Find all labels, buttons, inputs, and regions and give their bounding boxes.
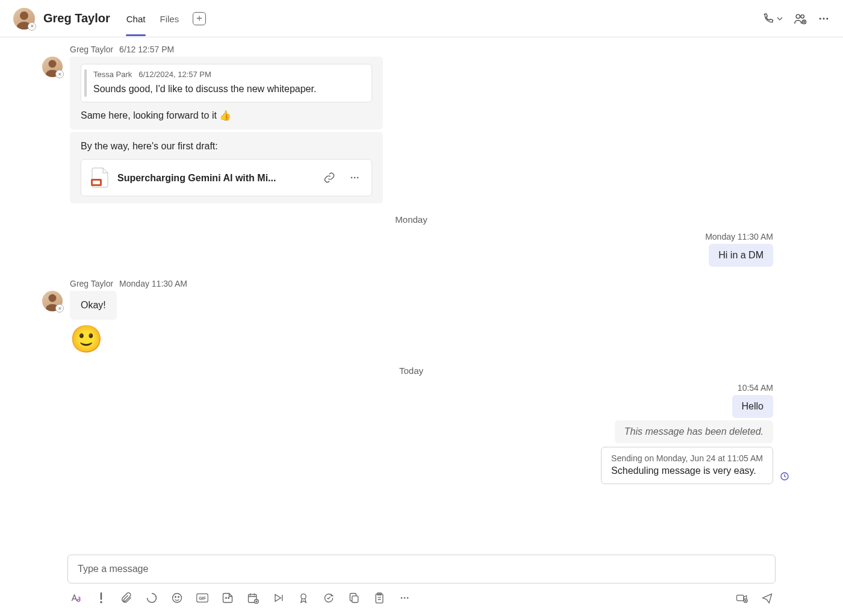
svg-point-19 xyxy=(173,594,182,603)
message-text: By the way, here's our first draft: xyxy=(81,139,372,153)
chat-title: Greg Taylor xyxy=(43,11,110,25)
message-text: Scheduling message is very easy. xyxy=(611,465,763,476)
paperclip-icon xyxy=(120,592,132,604)
message-composer: Type a message GIF xyxy=(67,555,776,604)
presence-offline-icon xyxy=(55,70,64,78)
message-timestamp: 6/12 12:57 PM xyxy=(119,45,174,54)
gif-icon: GIF xyxy=(196,593,208,603)
format-button[interactable] xyxy=(70,592,82,604)
svg-point-2 xyxy=(796,14,800,18)
message-group-outgoing: Monday 11:30 AM Hi in a DM xyxy=(42,232,773,269)
deleted-message[interactable]: This message has been deleted. xyxy=(615,420,773,443)
presence-offline-icon xyxy=(28,22,36,31)
chat-scroll-area[interactable]: Greg Taylor 6/12 12:57 PM Tessa Park 6/1… xyxy=(0,37,843,551)
svg-point-15 xyxy=(49,294,57,302)
message-text: Okay! xyxy=(81,300,106,310)
svg-text:GIF: GIF xyxy=(199,596,206,600)
stream-icon xyxy=(272,592,284,604)
svg-point-21 xyxy=(178,597,179,598)
tab-chat[interactable]: Chat xyxy=(126,2,146,35)
more-apps-button[interactable] xyxy=(399,592,411,604)
video-clip-button[interactable] xyxy=(736,592,748,604)
contact-avatar[interactable] xyxy=(13,8,35,30)
message-group: Greg Taylor Monday 11:30 AM Okay! 🙂 xyxy=(42,278,780,354)
clipboard-icon xyxy=(374,592,385,604)
svg-rect-11 xyxy=(93,181,100,184)
deleted-text: This message has been deleted. xyxy=(624,426,764,437)
stream-button[interactable] xyxy=(272,592,284,604)
message-avatar[interactable] xyxy=(42,57,63,77)
ribbon-icon xyxy=(297,592,310,604)
message-bubble-outgoing[interactable]: Hello xyxy=(732,395,773,418)
message-text: Hello xyxy=(742,401,764,411)
copy-link-button[interactable] xyxy=(321,169,338,186)
sticker-icon xyxy=(222,592,234,604)
send-button[interactable] xyxy=(761,592,773,604)
sticker-button[interactable] xyxy=(222,592,234,604)
more-horizontal-icon xyxy=(349,172,361,184)
svg-point-14 xyxy=(357,177,359,179)
schedule-meeting-button[interactable] xyxy=(247,592,259,604)
presence-offline-icon xyxy=(55,304,64,313)
svg-rect-29 xyxy=(352,596,358,603)
tab-list: Chat Files ＋ xyxy=(126,2,206,35)
message-avatar[interactable] xyxy=(42,291,63,311)
call-button[interactable] xyxy=(762,13,783,25)
sender-name: Greg Taylor xyxy=(70,279,113,288)
emoji-button[interactable] xyxy=(171,592,183,604)
message-bubble[interactable]: By the way, here's our first draft: Supe… xyxy=(70,132,383,204)
svg-point-0 xyxy=(20,11,28,20)
chevron-down-icon xyxy=(777,16,783,22)
svg-point-6 xyxy=(823,17,825,19)
message-timestamp: Monday 11:30 AM xyxy=(119,279,187,288)
calendar-add-icon xyxy=(247,592,259,604)
emoji-message[interactable]: 🙂 xyxy=(70,323,780,355)
video-icon xyxy=(736,593,748,603)
svg-point-32 xyxy=(401,597,403,599)
important-icon xyxy=(96,592,107,604)
add-tab-button[interactable]: ＋ xyxy=(193,12,206,25)
viva-button[interactable] xyxy=(323,592,335,604)
quoted-reply[interactable]: Tessa Park 6/12/2024, 12:57 PM Sounds go… xyxy=(81,64,372,102)
quote-timestamp: 6/12/2024, 12:57 PM xyxy=(138,70,211,79)
add-people-button[interactable] xyxy=(794,13,807,25)
quote-sender: Tessa Park xyxy=(93,70,132,79)
send-icon xyxy=(761,592,773,604)
sender-name: Greg Taylor xyxy=(70,45,113,54)
clock-icon xyxy=(780,471,789,481)
date-divider: Today xyxy=(42,366,780,376)
attach-button[interactable] xyxy=(120,592,132,604)
scheduled-message[interactable]: Sending on Monday, Jun 24 at 11:05 AM Sc… xyxy=(601,447,773,484)
message-bubble[interactable]: Tessa Park 6/12/2024, 12:57 PM Sounds go… xyxy=(70,57,383,129)
notes-button[interactable] xyxy=(373,592,385,604)
message-timestamp: Monday 11:30 AM xyxy=(705,232,773,241)
attachment-more-button[interactable] xyxy=(346,169,363,186)
message-text: Same here, looking forward to it 👍 xyxy=(81,108,372,122)
phone-icon xyxy=(762,13,774,25)
composer-toolbar: GIF xyxy=(67,592,776,604)
message-bubble[interactable]: Okay! xyxy=(70,291,117,319)
svg-rect-35 xyxy=(737,595,744,600)
emoji-icon xyxy=(171,592,183,604)
chat-header: Greg Taylor Chat Files ＋ xyxy=(0,0,843,37)
priority-button[interactable] xyxy=(95,592,107,604)
powerpoint-file-icon xyxy=(90,167,109,188)
message-bubble-outgoing[interactable]: Hi in a DM xyxy=(709,244,773,267)
more-button[interactable] xyxy=(818,13,830,25)
file-attachment[interactable]: Supercharging Gemini AI with Mi... xyxy=(81,159,372,196)
svg-point-34 xyxy=(407,597,409,599)
approvals-button[interactable] xyxy=(297,592,310,604)
message-group-outgoing: 10:54 AM Hello This message has been del… xyxy=(42,383,773,487)
message-group: Greg Taylor 6/12 12:57 PM Tessa Park 6/1… xyxy=(42,43,780,204)
people-add-icon xyxy=(794,13,807,25)
message-input[interactable]: Type a message xyxy=(67,555,776,583)
copy-button[interactable] xyxy=(348,592,360,604)
loop-button[interactable] xyxy=(146,592,158,604)
gif-button[interactable]: GIF xyxy=(196,592,208,604)
quote-body: Sounds good, I'd like to discuss the new… xyxy=(93,82,364,96)
tab-files[interactable]: Files xyxy=(159,2,179,35)
text-format-icon xyxy=(70,592,82,604)
svg-point-25 xyxy=(228,597,229,599)
more-horizontal-icon xyxy=(818,13,830,25)
svg-point-8 xyxy=(49,60,57,68)
